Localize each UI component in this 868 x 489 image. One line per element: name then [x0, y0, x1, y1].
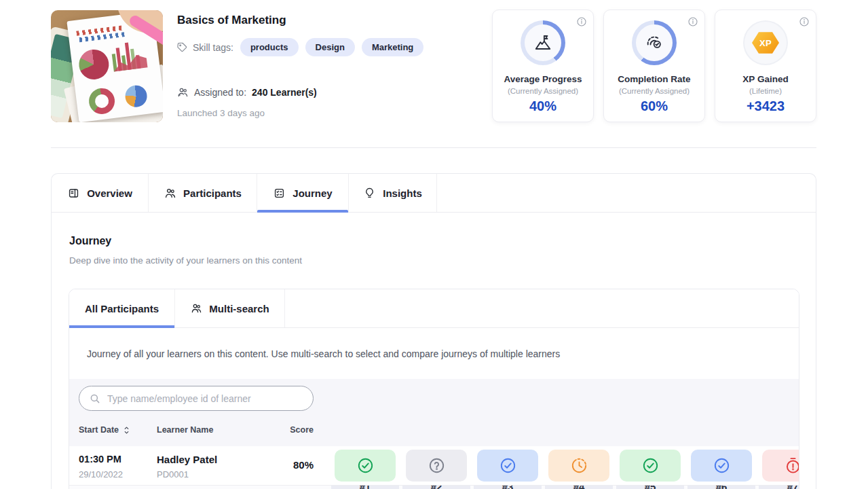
stat-subtitle: (Currently Assigned) — [493, 87, 593, 95]
row-start-date: 29/10/2022 — [79, 469, 123, 479]
stat-title: XP Gained — [715, 74, 816, 84]
status-cell-step-5[interactable] — [620, 450, 681, 482]
multi-search-users-icon — [190, 302, 202, 314]
overview-icon — [67, 187, 80, 200]
stat-title: Average Progress — [493, 74, 593, 84]
course-journey-page: Basics of Marketing Skill tags: products… — [0, 0, 868, 489]
tag-icon — [176, 41, 188, 53]
stat-value: 40% — [493, 98, 593, 114]
row-learner-id: PD0001 — [157, 469, 189, 479]
assigned-users-icon — [176, 86, 189, 98]
xp-badge-icon: XP — [744, 22, 787, 64]
status-cell-step-2[interactable] — [406, 450, 467, 482]
journey-table-card: All Participants Multi-search Journey of… — [69, 289, 799, 489]
participants-icon — [164, 187, 176, 200]
skill-tags-label: Skill tags: — [193, 42, 233, 53]
status-cell-step-1[interactable] — [335, 450, 396, 482]
stat-card-completion-rate: Completion Rate (Currently Assigned) 60% — [603, 10, 705, 122]
skill-tag: products — [240, 38, 299, 56]
stat-card-xp-gained: XP XP Gained (Lifetime) +3423 — [715, 10, 816, 122]
course-title: Basics of Marketing — [177, 14, 286, 27]
gauge-check-icon — [636, 24, 673, 61]
status-cell-step-7[interactable] — [762, 450, 799, 482]
tab-strip: Overview Participants Journey — [52, 174, 816, 213]
stat-subtitle: (Currently Assigned) — [604, 87, 704, 95]
column-header-start-date[interactable]: Start Date — [79, 425, 130, 435]
subtab-label: Multi-search — [209, 303, 269, 314]
stat-card-average-progress: Average Progress (Currently Assigned) 40… — [492, 10, 594, 122]
subtab-label: All Participants — [85, 303, 159, 314]
tab-label: Participants — [183, 187, 242, 199]
table-header-band: Start Date Learner Name Score #1 — [69, 379, 799, 446]
info-icon[interactable] — [576, 16, 587, 27]
stat-subtitle: (Lifetime) — [715, 87, 816, 95]
column-header-score: Score — [273, 425, 314, 435]
tab-participants[interactable]: Participants — [149, 174, 257, 212]
info-icon[interactable] — [687, 16, 698, 27]
skill-tags-row: Skill tags: products Design Marketing — [176, 38, 423, 56]
subtab-all-participants[interactable]: All Participants — [69, 289, 175, 327]
search-icon — [89, 393, 101, 405]
row-learner-name: Hadley Patel — [157, 454, 217, 465]
course-thumbnail — [51, 10, 163, 122]
sort-icon[interactable] — [123, 426, 130, 435]
tab-journey[interactable]: Journey — [257, 174, 349, 212]
stats-cards: Average Progress (Currently Assigned) 40… — [492, 10, 816, 122]
skill-tag: Marketing — [362, 38, 423, 56]
progress-ring — [632, 20, 677, 65]
journey-heading: Journey — [69, 235, 111, 247]
assigned-count: 240 Learner(s) — [252, 87, 317, 98]
tab-label: Overview — [87, 187, 132, 199]
stat-value: +3423 — [715, 98, 816, 114]
tab-overview[interactable]: Overview — [52, 174, 149, 212]
info-icon[interactable] — [799, 16, 810, 27]
assigned-row: Assigned to: 240 Learner(s) — [176, 86, 317, 98]
assigned-label: Assigned to: — [194, 87, 246, 98]
xp-circle: XP — [743, 20, 788, 65]
column-header-learner-name: Learner Name — [157, 425, 213, 435]
launched-text: Launched 3 days ago — [177, 108, 265, 118]
skill-tag: Design — [305, 38, 355, 56]
tab-insights[interactable]: Insights — [349, 174, 437, 212]
learner-search-box[interactable] — [79, 386, 314, 411]
tab-label: Journey — [293, 187, 332, 199]
learner-search-input[interactable] — [107, 393, 303, 404]
section-divider — [51, 147, 816, 148]
status-cell-step-3[interactable] — [477, 450, 538, 482]
insights-icon — [363, 187, 376, 200]
journey-icon — [273, 187, 286, 200]
learner-row[interactable]: 01:30 PM 29/10/2022 Hadley Patel PD0001 … — [69, 446, 799, 486]
content-tabs-card: Overview Participants Journey — [51, 173, 816, 489]
row-score: 80% — [273, 459, 314, 471]
subtab-multi-search[interactable]: Multi-search — [175, 289, 285, 327]
tab-label: Insights — [383, 187, 422, 199]
stat-value: 60% — [604, 98, 704, 114]
row-start-time: 01:30 PM — [79, 454, 121, 465]
journey-description: Journey of all your learners on this con… — [87, 348, 560, 359]
status-cell-step-4[interactable] — [548, 450, 609, 482]
journey-subtab-strip: All Participants Multi-search — [69, 289, 799, 328]
status-cell-step-6[interactable] — [691, 450, 752, 482]
stat-title: Completion Rate — [604, 74, 704, 84]
journey-subheading: Deep dive into the activity of your lear… — [69, 255, 302, 266]
row-status-cells — [331, 450, 799, 482]
progress-ring — [521, 20, 565, 65]
mountain-flag-icon — [525, 24, 561, 61]
